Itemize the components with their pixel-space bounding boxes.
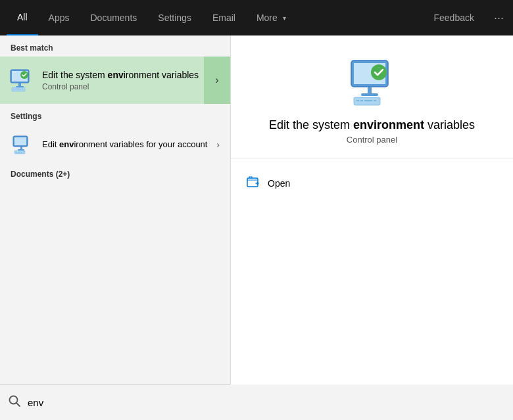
nav-item-documents[interactable]: Documents [80, 0, 147, 35]
settings-item-title: Edit environment variables for your acco… [42, 139, 216, 151]
nav-email-label: Email [212, 12, 235, 23]
best-match-arrow: › [204, 57, 230, 104]
right-panel: Edit the system environment variables Co… [230, 35, 513, 385]
settings-item-env-account[interactable]: Edit environment variables for your acco… [0, 125, 230, 164]
svg-point-20 [371, 64, 387, 80]
nav-item-more[interactable]: More ▾ [246, 0, 297, 35]
svg-rect-15 [16, 152, 17, 152]
feedback-button[interactable]: Feedback [424, 0, 485, 35]
best-match-label: Best match [0, 35, 230, 57]
top-nav: All Apps Documents Settings Email More ▾… [0, 0, 513, 35]
svg-rect-6 [13, 89, 14, 89]
search-input[interactable] [28, 397, 222, 408]
nav-all-label: All [17, 12, 28, 22]
main-layout: Best match [0, 35, 513, 385]
detail-subtitle: Control panel [347, 135, 397, 145]
nav-documents-label: Documents [90, 12, 137, 23]
svg-rect-21 [368, 87, 372, 93]
nav-item-apps[interactable]: Apps [38, 0, 80, 35]
detail-title: Edit the system environment variables [256, 118, 488, 132]
svg-rect-11 [14, 137, 26, 145]
detail-divider [231, 158, 513, 158]
svg-rect-4 [16, 86, 24, 87]
more-options-button[interactable]: ··· [485, 0, 513, 35]
svg-rect-17 [21, 152, 22, 152]
svg-rect-25 [360, 100, 363, 101]
settings-section-label: Settings [0, 104, 230, 125]
nav-more-label: More [256, 12, 278, 23]
svg-rect-28 [247, 178, 258, 187]
open-action[interactable]: Open [231, 169, 513, 198]
nav-item-settings[interactable]: Settings [147, 0, 202, 35]
svg-rect-13 [18, 149, 24, 151]
chevron-down-icon: ▾ [283, 14, 286, 22]
settings-item-arrow: › [216, 139, 220, 150]
best-match-title: Edit the system environment variables [42, 69, 222, 81]
control-panel-icon [8, 67, 34, 93]
nav-item-email[interactable]: Email [202, 0, 246, 35]
svg-rect-26 [364, 100, 372, 101]
open-label: Open [268, 178, 290, 189]
svg-rect-24 [356, 100, 359, 101]
best-match-item[interactable]: Edit the system environment variables Co… [0, 57, 230, 104]
dots-label: ··· [494, 11, 504, 25]
svg-rect-8 [17, 89, 21, 89]
svg-rect-12 [20, 147, 22, 149]
nav-settings-label: Settings [158, 12, 191, 23]
documents-section-label: Documents (2+) [0, 164, 230, 183]
search-bar [0, 385, 230, 420]
svg-rect-9 [22, 89, 23, 89]
feedback-label: Feedback [434, 12, 474, 23]
best-match-text: Edit the system environment variables Co… [42, 69, 222, 91]
best-match-subtitle: Control panel [42, 82, 222, 91]
svg-line-30 [16, 403, 20, 406]
nav-apps-label: Apps [49, 12, 70, 23]
svg-rect-16 [18, 152, 20, 152]
svg-rect-7 [15, 89, 16, 89]
search-icon [8, 394, 21, 411]
open-icon [247, 175, 260, 191]
nav-item-all[interactable]: All [7, 0, 38, 35]
svg-rect-27 [374, 100, 376, 101]
svg-rect-3 [18, 83, 21, 86]
detail-icon [346, 55, 399, 108]
svg-rect-22 [361, 93, 378, 96]
settings-icon [11, 133, 34, 156]
left-panel: Best match [0, 35, 230, 385]
